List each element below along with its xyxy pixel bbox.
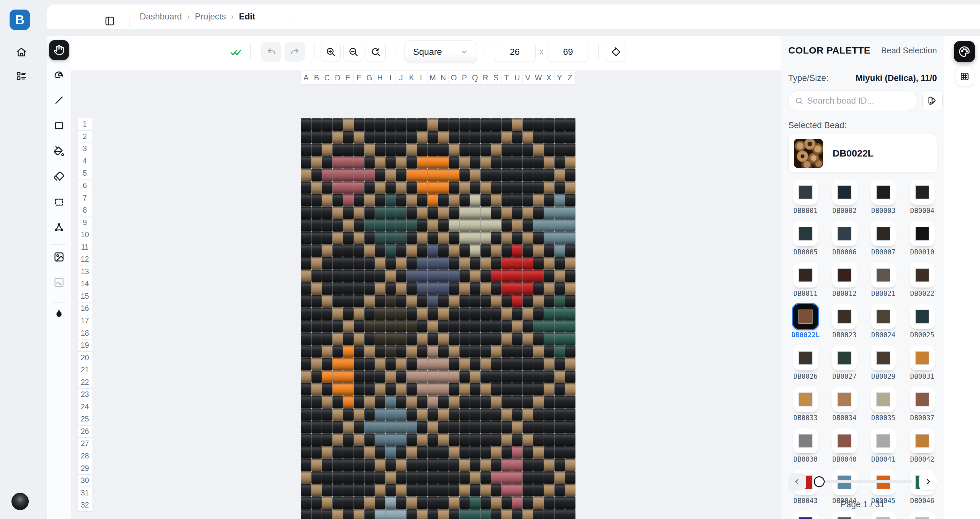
bead-cell[interactable] xyxy=(533,219,544,232)
bead-cell[interactable] xyxy=(385,345,396,358)
bead-cell[interactable] xyxy=(470,408,480,421)
bead-cell[interactable] xyxy=(460,219,470,232)
bead-cell[interactable] xyxy=(375,484,385,497)
bead-cell[interactable] xyxy=(375,181,385,194)
bead-cell[interactable] xyxy=(417,118,428,131)
bead-cell[interactable] xyxy=(523,282,533,295)
bead-cell[interactable] xyxy=(375,131,385,144)
bead-cell[interactable] xyxy=(396,194,406,206)
bead-cell[interactable] xyxy=(396,459,406,471)
bead-cell[interactable] xyxy=(301,307,311,320)
bead-cell[interactable] xyxy=(501,408,512,421)
bead-cell[interactable] xyxy=(354,433,364,446)
bead-cell[interactable] xyxy=(406,295,417,308)
bead-cell[interactable] xyxy=(512,295,523,308)
bead-cell[interactable] xyxy=(523,131,533,144)
bead-cell[interactable] xyxy=(343,496,353,509)
bead-cell[interactable] xyxy=(533,282,544,295)
bead-cell[interactable] xyxy=(491,194,501,206)
bead-cell[interactable] xyxy=(428,206,438,219)
bead-cell[interactable] xyxy=(406,446,417,459)
page-slider-thumb[interactable] xyxy=(814,476,825,487)
bead-cell[interactable] xyxy=(375,169,385,181)
bead-cell[interactable] xyxy=(512,169,523,181)
bead-cell[interactable] xyxy=(385,118,396,131)
bead-cell[interactable] xyxy=(311,333,322,345)
bead-cell[interactable] xyxy=(501,345,512,358)
bead-cell[interactable] xyxy=(565,282,576,295)
bead-cell[interactable] xyxy=(438,232,449,244)
bead-option-card[interactable] xyxy=(832,346,857,370)
bead-cell[interactable] xyxy=(406,244,417,257)
bead-cell[interactable] xyxy=(311,244,322,257)
redo-button[interactable] xyxy=(285,42,305,62)
bead-cell[interactable] xyxy=(385,333,396,345)
bead-cell[interactable] xyxy=(460,421,470,433)
bead-cell[interactable] xyxy=(438,396,449,408)
bead-cell[interactable] xyxy=(438,383,449,396)
bead-cell[interactable] xyxy=(406,143,417,156)
bead-cell[interactable] xyxy=(523,408,533,421)
bead-cell[interactable] xyxy=(544,244,554,257)
bead-cell[interactable] xyxy=(470,156,480,169)
current-color-droplet[interactable] xyxy=(52,307,65,320)
bead-cell[interactable] xyxy=(406,421,417,433)
bead-cell[interactable] xyxy=(512,181,523,194)
bead-cell[interactable] xyxy=(554,396,565,408)
bead-cell[interactable] xyxy=(544,446,554,459)
bead-cell[interactable] xyxy=(354,131,364,144)
bead-cell[interactable] xyxy=(544,421,554,433)
bead-cell[interactable] xyxy=(470,471,480,484)
bead-cell[interactable] xyxy=(460,333,470,345)
bead-cell[interactable] xyxy=(491,156,501,169)
bead-cell[interactable] xyxy=(406,257,417,270)
bead-cell[interactable] xyxy=(332,496,343,509)
bead-cell[interactable] xyxy=(544,370,554,383)
bead-cell[interactable] xyxy=(480,433,491,446)
bead-cell[interactable] xyxy=(480,370,491,383)
bead-cell[interactable] xyxy=(554,131,565,144)
bead-cell[interactable] xyxy=(460,143,470,156)
bead-cell[interactable] xyxy=(311,345,322,358)
bead-cell[interactable] xyxy=(396,333,406,345)
bead-option-card[interactable] xyxy=(871,387,896,412)
bead-option[interactable]: DB0005 xyxy=(786,221,825,256)
bead-cell[interactable] xyxy=(301,194,311,206)
bead-cell[interactable] xyxy=(322,257,332,270)
bead-cell[interactable] xyxy=(491,219,501,232)
bead-cell[interactable] xyxy=(480,484,491,497)
bead-cell[interactable] xyxy=(354,270,364,283)
bead-cell[interactable] xyxy=(375,219,385,232)
bead-cell[interactable] xyxy=(565,181,576,194)
bead-cell[interactable] xyxy=(343,471,353,484)
bead-cell[interactable] xyxy=(301,446,311,459)
bead-cell[interactable] xyxy=(470,169,480,181)
bead-cell[interactable] xyxy=(491,131,501,144)
bead-cell[interactable] xyxy=(554,244,565,257)
bead-cell[interactable] xyxy=(512,484,523,497)
bead-cell[interactable] xyxy=(428,143,438,156)
bead-cell[interactable] xyxy=(480,383,491,396)
bead-cell[interactable] xyxy=(491,169,501,181)
bead-cell[interactable] xyxy=(375,471,385,484)
bead-option[interactable]: DB0021 xyxy=(864,263,903,297)
bead-cell[interactable] xyxy=(396,408,406,421)
bead-cell[interactable] xyxy=(311,459,322,471)
bead-cell[interactable] xyxy=(332,219,343,232)
bead-cell[interactable] xyxy=(512,131,523,144)
bead-cell[interactable] xyxy=(512,446,523,459)
bead-cell[interactable] xyxy=(311,282,322,295)
bead-cell[interactable] xyxy=(554,194,565,206)
bead-cell[interactable] xyxy=(417,194,428,206)
bead-cell[interactable] xyxy=(501,244,512,257)
bead-cell[interactable] xyxy=(322,358,332,370)
bead-option-card[interactable] xyxy=(910,429,935,453)
bead-cell[interactable] xyxy=(354,320,364,333)
bead-cell[interactable] xyxy=(480,471,491,484)
app-logo[interactable]: B xyxy=(10,10,30,30)
bead-cell[interactable] xyxy=(470,333,480,345)
bead-cell[interactable] xyxy=(554,181,565,194)
bead-cell[interactable] xyxy=(501,358,512,370)
bead-cell[interactable] xyxy=(417,471,428,484)
bead-cell[interactable] xyxy=(523,459,533,471)
